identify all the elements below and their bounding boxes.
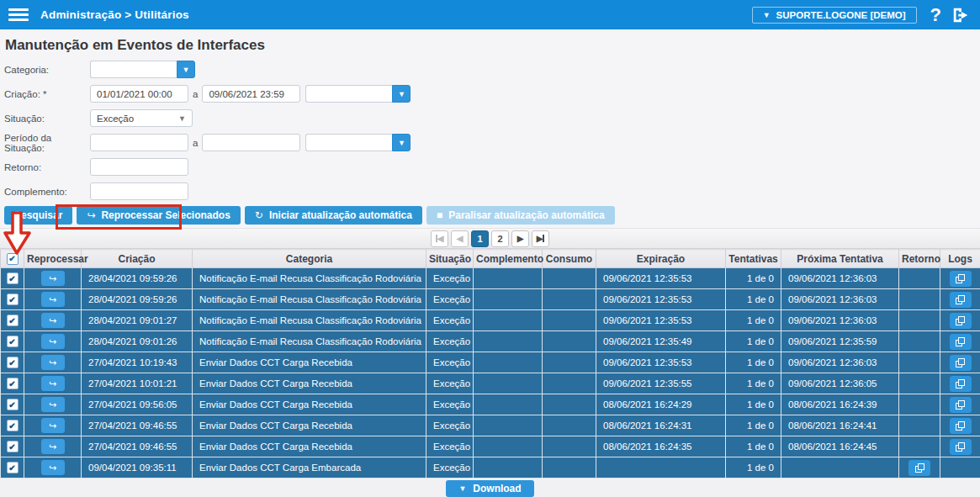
next-page-button[interactable]: ▶ [511,230,529,247]
periodo-to-input[interactable] [202,134,300,151]
reprocessar-selecionados-button[interactable]: ↪ Reprocessar Selecionados [77,206,240,225]
first-page-button[interactable]: ◀ [431,230,448,247]
cell-retorno [899,268,940,289]
criacao-extra-input[interactable] [305,85,392,103]
help-button[interactable]: ? [930,6,941,24]
cell-criacao: 28/04/2021 09:01:27 [82,310,193,331]
row-checkbox[interactable] [7,420,19,431]
cell-complemento [474,415,543,436]
periodo-dropdown-button[interactable]: ▼ [392,134,411,151]
last-page-button[interactable]: ▶ [532,230,549,247]
reprocess-row-button[interactable]: ↪ [41,376,65,391]
table-row: ↪ 27/04/2021 09:56:05 Enviar Dados CCT C… [1,394,980,415]
categoria-input[interactable] [90,61,177,78]
cell-proxima: 08/06/2021 16:24:45 [781,436,899,457]
situacao-select[interactable]: Exceção ▼ [90,109,193,127]
logs-button[interactable] [950,313,972,329]
select-all-checkbox[interactable] [7,253,19,265]
logs-button[interactable] [950,439,972,455]
cell-reprocessar: ↪ [24,415,82,436]
cell-criacao: 28/04/2021 09:01:26 [82,331,193,352]
cell-proxima: 08/06/2021 16:24:41 [781,415,899,436]
periodo-combobox: ▼ [305,134,411,151]
cell-complemento [474,352,543,373]
logs-button[interactable] [950,271,972,287]
retorno-input[interactable] [90,158,188,176]
cell-situacao: Exceção [426,352,474,373]
user-menu-button[interactable]: ▼ SUPORTE.LOGONE [DEMO] [752,7,917,24]
page-1-button[interactable]: 1 [471,230,489,247]
page-2-button[interactable]: 2 [491,230,509,247]
row-checkbox[interactable] [7,462,19,473]
retorno-view-button[interactable] [908,460,930,476]
criacao-dropdown-button[interactable]: ▼ [392,85,411,103]
cell-select [1,352,24,373]
cell-tentativas: 1 de 0 [726,394,781,415]
cell-consumo [543,436,596,457]
cell-logs [940,352,980,373]
copy-icon [956,421,965,431]
criacao-row: Criação: * a ▼ [4,85,980,103]
events-table: Reprocessar Criação Categoria Situação C… [0,249,980,478]
cell-criacao: 27/04/2021 09:46:55 [82,436,193,457]
cell-situacao: Exceção [426,394,474,415]
cell-complemento [474,436,543,457]
reprocess-row-button[interactable]: ↪ [41,418,65,433]
reprocess-row-button[interactable]: ↪ [41,355,65,370]
download-button[interactable]: ▼ Download [446,480,533,497]
reprocess-row-button[interactable]: ↪ [41,313,65,328]
criacao-from-input[interactable] [90,85,188,103]
row-checkbox[interactable] [7,441,19,452]
periodo-label: Período da Situação: [4,133,90,153]
table-row: ↪ 09/04/2021 09:35:11 Enviar Dados CCT C… [1,457,980,478]
logs-button[interactable] [950,334,972,350]
select-all-header [1,250,24,268]
criacao-to-input[interactable] [202,85,300,103]
row-checkbox[interactable] [7,272,19,284]
menu-icon[interactable] [8,8,29,21]
cell-retorno [899,415,940,436]
reprocess-row-button[interactable]: ↪ [41,439,65,454]
cell-tentativas: 1 de 0 [726,268,781,289]
row-checkbox[interactable] [7,336,19,347]
column-header-retorno: Retorno [899,250,940,268]
complemento-input[interactable] [90,182,188,200]
cell-select [1,436,24,457]
cell-criacao: 28/04/2021 09:59:26 [82,268,193,289]
chevron-down-icon: ▼ [763,11,771,19]
periodo-extra-input[interactable] [305,134,392,151]
breadcrumb[interactable]: Administração > Utilitários [40,8,189,21]
logs-button[interactable] [950,418,972,434]
previous-page-button[interactable]: ◀ [451,230,469,247]
logout-icon [951,14,970,27]
row-checkbox[interactable] [7,399,19,410]
paralisar-atualizacao-button[interactable]: ■ Paralisar atualização automática [426,206,615,225]
row-checkbox[interactable] [7,293,19,305]
cell-reprocessar: ↪ [24,373,82,394]
logs-button[interactable] [950,355,972,371]
logout-button[interactable] [951,6,970,24]
iniciar-atualizacao-button[interactable]: ↻ Iniciar atualização automática [245,206,422,225]
row-checkbox[interactable] [7,357,19,368]
situacao-selected-value: Exceção [97,114,134,124]
logs-button[interactable] [950,376,972,392]
row-checkbox[interactable] [7,378,19,389]
categoria-row: Categoria: ▼ [4,61,980,78]
periodo-from-input[interactable] [90,134,188,151]
reprocess-row-button[interactable]: ↪ [41,292,65,307]
logs-button[interactable] [950,397,972,413]
pagination-bar: ◀ ◀ 1 2 ▶ ▶ [0,228,980,249]
logs-button[interactable] [950,292,972,308]
cell-logs [940,310,980,331]
cell-expiracao: 08/06/2021 16:24:29 [596,394,726,415]
reprocess-row-button[interactable]: ↪ [41,334,65,349]
cell-reprocessar: ↪ [24,331,82,352]
pesquisar-button[interactable]: Pesquisar [4,206,72,225]
reprocess-row-button[interactable]: ↪ [41,271,65,286]
cell-select [1,457,24,478]
row-checkbox[interactable] [7,315,19,326]
reprocess-row-button[interactable]: ↪ [41,460,65,475]
cell-complemento [474,394,543,415]
categoria-dropdown-button[interactable]: ▼ [177,61,195,78]
reprocess-row-button[interactable]: ↪ [41,397,65,412]
